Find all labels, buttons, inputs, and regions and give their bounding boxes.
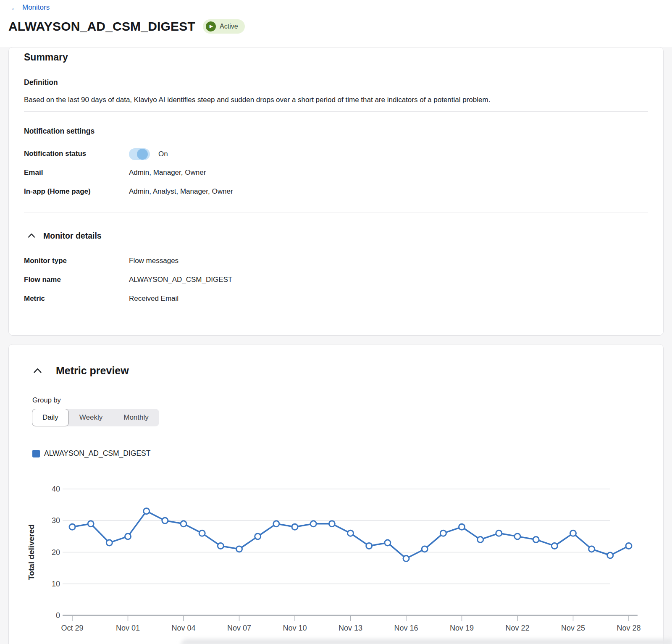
- active-play-icon: ▶: [206, 21, 216, 32]
- inapp-label: In-app (Home page): [24, 187, 129, 196]
- svg-text:Oct 29: Oct 29: [61, 624, 83, 632]
- svg-text:Nov 19: Nov 19: [450, 624, 474, 632]
- notification-settings-heading: Notification settings: [24, 127, 648, 136]
- bottom-scroll-shade: [181, 639, 672, 644]
- metric-row: Metric Received Email: [24, 294, 648, 313]
- svg-text:40: 40: [52, 485, 60, 493]
- back-to-monitors-link[interactable]: ← Monitors: [10, 3, 50, 12]
- svg-text:Nov 25: Nov 25: [561, 624, 585, 632]
- svg-text:30: 30: [52, 516, 60, 525]
- svg-text:Nov 22: Nov 22: [505, 624, 529, 632]
- definition-heading: Definition: [24, 78, 648, 87]
- svg-text:20: 20: [52, 548, 60, 557]
- group-by-daily-button[interactable]: Daily: [32, 409, 69, 426]
- page-header: ← Monitors ALWAYSON_AD_CSM_DIGEST ▶ Acti…: [0, 0, 672, 47]
- legend-swatch: [32, 450, 40, 457]
- monitor-details-heading: Monitor details: [43, 231, 102, 241]
- svg-text:Nov 07: Nov 07: [227, 624, 251, 632]
- summary-title: Summary: [24, 52, 648, 63]
- notification-status-row: Notification status On: [24, 150, 648, 168]
- summary-card: Summary Definition Based on the last 90 …: [8, 47, 664, 336]
- group-by-weekly-button[interactable]: Weekly: [69, 409, 113, 426]
- chevron-up-icon: [32, 365, 43, 376]
- flow-name-link[interactable]: ALWAYSON_AD_CSM_DIGEST: [129, 276, 232, 284]
- flow-name-label: Flow name: [24, 276, 129, 284]
- email-row: Email Admin, Manager, Owner: [24, 168, 648, 187]
- svg-text:10: 10: [52, 580, 60, 588]
- svg-text:Nov 28: Nov 28: [617, 624, 640, 632]
- definition-text: Based on the last 90 days of data, Klavi…: [24, 95, 648, 105]
- chart-legend: ALWAYSON_AD_CSM_DIGEST: [32, 449, 663, 458]
- monitor-type-value: Flow messages: [129, 257, 178, 265]
- chevron-up-icon: [26, 231, 37, 241]
- chart-area: 010203040Oct 29Nov 01Nov 04Nov 07Nov 10N…: [9, 476, 663, 644]
- status-badge-label: Active: [220, 23, 238, 30]
- group-by-monthly-button[interactable]: Monthly: [113, 409, 159, 426]
- svg-text:Nov 16: Nov 16: [394, 624, 418, 632]
- page-content: Summary Definition Based on the last 90 …: [0, 47, 672, 644]
- svg-text:Nov 13: Nov 13: [339, 624, 362, 632]
- metric-preview-card: Metric preview Group by Daily Weekly Mon…: [8, 344, 664, 644]
- back-link-label: Monitors: [22, 3, 50, 12]
- email-value: Admin, Manager, Owner: [129, 168, 206, 177]
- toggle-knob: [137, 149, 148, 160]
- svg-text:Nov 01: Nov 01: [116, 624, 140, 632]
- page-title: ALWAYSON_AD_CSM_DIGEST: [8, 19, 195, 34]
- svg-text:Nov 10: Nov 10: [283, 624, 307, 632]
- notification-status-value: On: [158, 150, 168, 158]
- metric-preview-title: Metric preview: [56, 365, 129, 377]
- svg-text:0: 0: [56, 611, 60, 620]
- group-by-control: Daily Weekly Monthly: [32, 409, 159, 426]
- flow-name-row: Flow name ALWAYSON_AD_CSM_DIGEST: [24, 276, 648, 294]
- notification-status-toggle[interactable]: [129, 148, 150, 160]
- metric-preview-collapse-button[interactable]: [32, 365, 43, 376]
- monitor-type-row: Monitor type Flow messages: [24, 257, 648, 276]
- inapp-row: In-app (Home page) Admin, Analyst, Manag…: [24, 187, 648, 206]
- status-badge: ▶ Active: [203, 19, 245, 34]
- divider: [24, 213, 648, 213]
- notification-status-label: Notification status: [24, 150, 129, 158]
- svg-text:Nov 04: Nov 04: [171, 624, 195, 632]
- divider: [24, 111, 648, 112]
- group-by-label: Group by: [32, 396, 663, 404]
- legend-label: ALWAYSON_AD_CSM_DIGEST: [44, 449, 151, 458]
- svg-text:Total delivered: Total delivered: [27, 524, 36, 580]
- email-label: Email: [24, 168, 129, 177]
- back-arrow-icon: ←: [10, 4, 18, 12]
- inapp-value: Admin, Analyst, Manager, Owner: [129, 187, 233, 196]
- monitor-details-collapse-button[interactable]: [26, 231, 37, 241]
- monitor-type-label: Monitor type: [24, 257, 129, 265]
- metric-link[interactable]: Received Email: [129, 294, 178, 303]
- metric-label: Metric: [24, 294, 129, 303]
- metric-line-chart: 010203040Oct 29Nov 01Nov 04Nov 07Nov 10N…: [9, 476, 663, 644]
